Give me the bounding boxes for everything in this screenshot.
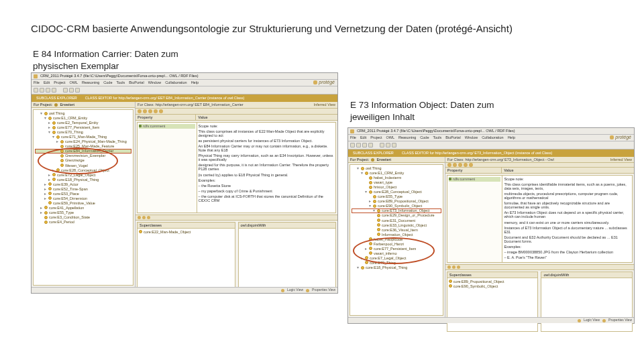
twisty-icon[interactable]: ▾ [47,130,51,134]
menu-owl[interactable]: OWL [386,135,394,139]
menu-file[interactable]: File [350,135,356,139]
superclasses-list[interactable]: core:E89_Propositional_Objectcore:E90_Sy… [447,278,538,290]
menu-file[interactable]: File [34,80,40,84]
tb-btn[interactable] [52,88,56,93]
tree-node[interactable]: core:E3_Condition_State [35,215,131,220]
menu-project[interactable]: Project [54,80,65,84]
tree-node[interactable]: ▸core:E2_Temporal_Entity [35,121,131,125]
class-tree[interactable]: ▾owl:Thing▾core:E1_CRM_Entity▸core:E2_Te… [33,109,133,286]
tb-btn[interactable] [362,143,367,147]
tb-btn[interactable] [356,143,361,147]
tree-node[interactable]: ▸core:E7_Legal_Object [352,256,441,261]
tree-node[interactable]: ▾core:E18_Physical_Thing [352,265,441,270]
status-logic-view[interactable]: Logic View [287,288,303,292]
twisty-icon[interactable]: ▸ [364,247,368,251]
twisty-icon[interactable]: ▸ [39,206,43,210]
tb-btn[interactable] [368,143,373,147]
tree-node[interactable]: habet_Indexterm [352,176,441,180]
tree-node[interactable]: core:E55_Type [352,194,441,199]
tree-node[interactable]: ▸core:E28_Conceptual_Object [35,168,131,173]
menu-bioportal[interactable]: BioPortal [445,135,460,139]
twisty-icon[interactable]: ▸ [47,121,51,125]
tree-node[interactable]: core:E25_Man-Made_Feature [35,144,131,149]
twisty-icon[interactable]: ▾ [368,204,372,208]
mid-tool-icon[interactable] [147,216,150,219]
ed-tool-icon[interactable] [148,109,152,113]
superclass-item[interactable]: core:E89_Propositional_Object [449,280,537,284]
ed-tool-icon[interactable] [143,109,147,113]
tree-node[interactable]: hristor_Object [352,185,441,190]
class-tree[interactable]: ▾owl:Thing▾core:E1_CRM_Entityhabet_Index… [350,164,443,316]
status-logic-view[interactable]: Logic View [584,318,600,322]
menu-code[interactable]: Code [420,135,429,139]
inferred-view-label[interactable]: Inferred View [314,103,335,107]
tb-btn[interactable] [34,88,38,93]
mid-tool-icon[interactable] [447,265,451,269]
tree-node[interactable]: Grenzrevision_Exemplar [35,154,131,158]
twisty-icon[interactable]: ▸ [368,199,372,203]
inferred-view-label[interactable]: Inferred View [610,158,632,162]
ed-tool-icon[interactable] [447,163,451,167]
twisty-icon[interactable]: ▸ [47,125,51,129]
tree-node[interactable]: core:E31_Document [352,219,441,223]
tree-node[interactable]: Wesen_Vogel [35,164,131,168]
mid-toolbar[interactable] [445,264,634,270]
tree-node[interactable]: ▸core:E39_Actor [35,182,131,187]
disjoint-list[interactable] [541,278,632,281]
menubar[interactable]: FileEditProjectOWLReasoningCodeToolsBioP… [348,135,634,141]
menu-collaboration[interactable]: Collaboration [165,80,186,84]
menu-reasoning[interactable]: Reasoning [82,80,99,84]
twisty-icon[interactable]: ▾ [364,190,368,194]
tree-node[interactable]: ▸core:E52_Time-Span [35,187,131,192]
window-titlebar[interactable]: CRM_2011 Protégé 3.4.7 (file:\C:\Users\P… [348,128,634,135]
prop-row[interactable]: rdfs:comment [449,177,501,182]
tree-node[interactable]: ▸core:E24_Physical_Man-Made_Thing [35,139,131,144]
superclass-item[interactable]: core:E22_Man-Made_Object [139,230,233,235]
twisty-icon[interactable]: ▸ [43,182,47,186]
twisty-icon[interactable]: ▸ [39,210,43,215]
twisty-icon[interactable]: ▸ [55,139,59,143]
mid-toolbar[interactable] [136,215,337,221]
superclasses-list[interactable]: core:E22_Man-Made_Object [138,229,234,236]
tree-node[interactable]: ▾core:E73_Information_Object [352,208,441,213]
tree-node[interactable]: ▾core:E1_CRM_Entity [352,171,441,176]
prop-row[interactable]: rdfs:comment [139,124,195,129]
ed-tool-icon[interactable] [154,109,158,113]
superclass-item[interactable]: core:E90_Symbolic_Object [449,284,537,289]
twisty-icon[interactable]: ▾ [360,171,364,175]
comment-value[interactable]: Scope note:This class comprises all inst… [197,123,335,213]
tree-node[interactable]: core:E4_Period [35,220,131,225]
mid-tool-icon[interactable] [138,216,141,219]
menu-window[interactable]: Window [465,135,478,139]
tree-node[interactable]: habet_Hauptcode [352,237,441,242]
tree-node[interactable]: core:E33_Linguistic_Object [352,223,441,228]
status-props-view[interactable]: Properties View [608,318,632,322]
status-props-view[interactable]: Properties View [312,288,335,292]
tree-node[interactable]: core:E84_Information_Carrier [35,149,131,154]
twisty-icon[interactable]: ▸ [51,168,55,172]
window-titlebar[interactable]: CRM_2011 Protégé 3.4.7 (file:\C:\Users\P… [32,73,337,80]
tree-node[interactable]: ▾core:E1_CRM_Entity [35,116,131,121]
menu-tools[interactable]: Tools [116,80,125,84]
twisty-icon[interactable]: ▾ [51,135,55,139]
tree-node[interactable]: core:E29_Design_or_Procedure [352,213,441,218]
editor-toolbar[interactable] [445,163,634,168]
tree-node[interactable]: ▸core:E89_Propositional_Object [352,199,441,204]
tree-node[interactable]: ▸core:E77_Persistent_Item [35,125,131,130]
menu-owl[interactable]: OWL [69,80,78,84]
toolbar[interactable] [348,141,634,149]
ed-tool-icon[interactable] [458,163,462,167]
menu-help[interactable]: Help [508,135,515,139]
prop-list[interactable]: rdfs:comment [138,123,197,213]
mid-tool-icon[interactable] [452,265,455,269]
ed-tool-icon[interactable] [464,163,468,167]
twisty-icon[interactable]: ▾ [372,208,376,213]
tree-node[interactable]: core:E59_Primitive_Value [35,201,131,206]
tree-node[interactable]: ▸core:E53_Place [35,192,131,196]
menu-window[interactable]: Window [148,80,162,84]
menu-tools[interactable]: Tools [433,135,441,139]
ed-tool-icon[interactable] [138,109,142,113]
tree-node[interactable]: ▸core:E54_Dimension [35,196,131,201]
tb-btn[interactable] [380,143,384,147]
toolbar[interactable] [32,86,337,95]
